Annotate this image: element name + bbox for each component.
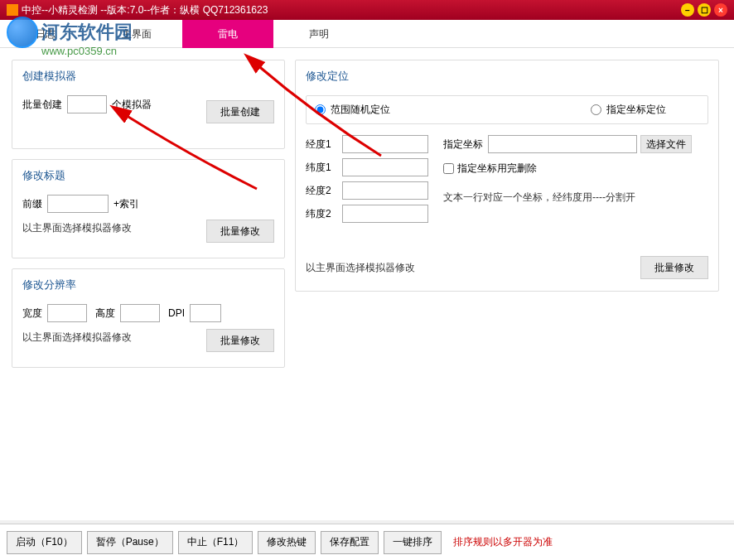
lng2-input[interactable]: [342, 181, 428, 200]
radio-specified-input[interactable]: [591, 104, 601, 115]
lng1-input[interactable]: [342, 135, 428, 153]
dpi-input[interactable]: [190, 304, 221, 322]
tab-main[interactable]: 主界面: [91, 20, 182, 48]
spec-coord-input[interactable]: [488, 135, 637, 153]
window-controls: − ☐ ×: [681, 3, 727, 17]
checkbox-label: 指定坐标用完删除: [457, 162, 537, 176]
titlebar: 中控--小精灵检测 --版本:7.0--作者：纵横 QQ712361623 − …: [0, 0, 734, 20]
batch-create-label: 批量创建: [22, 98, 62, 112]
footer-toolbar: 启动（F10） 暂停（Pause） 中止（F11） 修改热键 保存配置 一键排序…: [0, 524, 734, 560]
footer-hint: 排序规则以多开器为准: [453, 535, 553, 549]
delete-after-use-checkbox[interactable]: [443, 163, 454, 174]
spec-coord-label: 指定坐标: [443, 138, 483, 152]
choose-file-button[interactable]: 选择文件: [640, 135, 692, 153]
tab-statement[interactable]: 声明: [273, 20, 365, 48]
panel-modify-resolution: 修改分辨率 宽度 高度 DPI 以主界面选择模拟器修改 批量修改: [12, 268, 285, 368]
radio-row: 范围随机定位 指定坐标定位: [306, 95, 708, 124]
lng1-label: 经度1: [306, 138, 342, 152]
panel-title: 修改定位: [306, 69, 708, 84]
panel-title: 修改标题: [22, 168, 274, 183]
hint-text: 以主界面选择模拟器修改: [306, 261, 415, 275]
batch-modify-res-button[interactable]: 批量修改: [206, 329, 274, 352]
start-button[interactable]: 启动（F10）: [7, 531, 82, 554]
lat1-input[interactable]: [342, 158, 428, 176]
coordinate-inputs: 经度1 纬度1 经度2 纬度2: [306, 135, 438, 228]
panel-title: 创建模拟器: [22, 69, 274, 84]
panel-create-emulator: 创建模拟器 批量创建 个模拟器 批量创建: [12, 60, 285, 149]
unit-label: 个模拟器: [112, 98, 152, 112]
file-hint: 文本一行对应一个坐标，经纬度用----分割开: [443, 191, 635, 203]
tab-leidian[interactable]: 雷电: [182, 20, 273, 48]
minimize-button[interactable]: −: [681, 3, 694, 17]
lng2-label: 经度2: [306, 184, 342, 198]
title-text: 中控--小精灵检测 --版本:7.0--作者：纵横 QQ712361623: [22, 3, 681, 17]
app-icon: [7, 4, 18, 16]
panel-modify-location: 修改定位 范围随机定位 指定坐标定位 经度1 纬度1 经度2 纬度2: [295, 60, 719, 292]
menubar: 日志 主界面 雷电 声明: [0, 20, 734, 48]
panel-modify-title: 修改标题 前缀 +索引 以主界面选择模拟器修改 批量修改: [12, 159, 285, 258]
height-input[interactable]: [120, 304, 160, 322]
height-label: 高度: [95, 307, 115, 321]
close-button[interactable]: ×: [714, 3, 727, 17]
pause-button[interactable]: 暂停（Pause）: [87, 531, 173, 554]
width-input[interactable]: [47, 304, 87, 322]
batch-create-button[interactable]: 批量创建: [206, 100, 274, 123]
save-config-button[interactable]: 保存配置: [321, 531, 379, 554]
content-area: 创建模拟器 批量创建 个模拟器 批量创建 修改标题 前缀 +索引 以主界面选择模…: [0, 48, 734, 520]
stop-button[interactable]: 中止（F11）: [178, 531, 254, 554]
tab-log[interactable]: 日志: [0, 20, 91, 48]
prefix-label: 前缀: [22, 197, 42, 211]
batch-modify-loc-button[interactable]: 批量修改: [640, 256, 708, 279]
panel-title: 修改分辨率: [22, 278, 274, 292]
specified-coord-area: 指定坐标 选择文件 指定坐标用完删除 文本一行对应一个坐标，经纬度用----分割…: [443, 135, 708, 205]
radio-random-location[interactable]: 范围随机定位: [315, 103, 390, 117]
hint-text: 以主界面选择模拟器修改: [22, 221, 132, 235]
suffix-label: +索引: [113, 197, 139, 211]
radio-random-input[interactable]: [315, 104, 326, 115]
maximize-button[interactable]: ☐: [698, 3, 711, 17]
sort-button[interactable]: 一键排序: [384, 531, 442, 554]
lat2-label: 纬度2: [306, 207, 342, 221]
modify-hotkey-button[interactable]: 修改热键: [258, 531, 316, 554]
prefix-input[interactable]: [47, 195, 109, 213]
batch-count-input[interactable]: [67, 95, 107, 113]
width-label: 宽度: [22, 307, 42, 321]
radio-specified-location[interactable]: 指定坐标定位: [591, 103, 666, 117]
batch-modify-title-button[interactable]: 批量修改: [206, 220, 274, 243]
lat1-label: 纬度1: [306, 161, 342, 175]
lat2-input[interactable]: [342, 205, 428, 223]
dpi-label: DPI: [168, 307, 185, 319]
hint-text: 以主界面选择模拟器修改: [22, 331, 132, 345]
